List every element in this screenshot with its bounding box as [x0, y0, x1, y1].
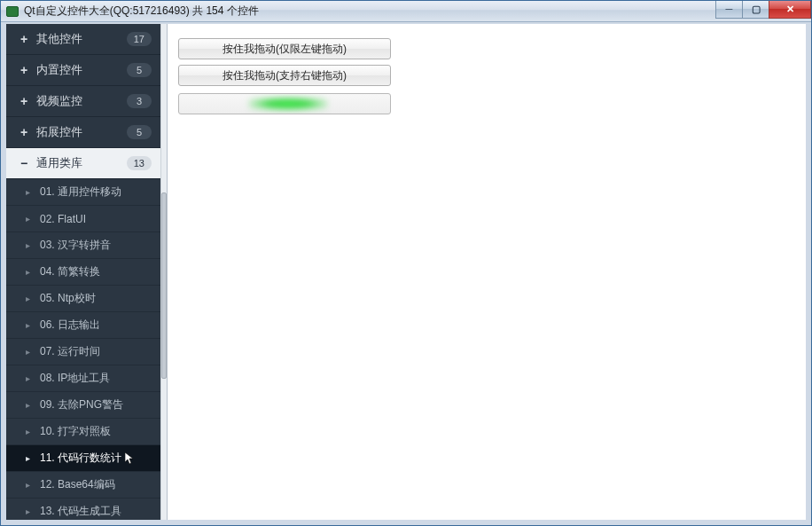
plus-icon: + [19, 32, 29, 46]
category-label: 通用类库 [36, 156, 127, 171]
list-item[interactable]: ▸ 08. IP地址工具 [6, 365, 160, 392]
chevron-right-icon: ▸ [26, 373, 33, 383]
item-label: 05. Ntp校时 [40, 291, 96, 306]
minimize-icon: ─ [726, 4, 733, 14]
plus-icon: + [19, 63, 29, 77]
list-item[interactable]: ▸ 04. 简繁转换 [6, 259, 160, 286]
chevron-right-icon: ▸ [26, 187, 33, 197]
window-controls: ─ ▢ ✕ [715, 1, 811, 19]
list-item[interactable]: ▸ 06. 日志输出 [6, 312, 160, 339]
chevron-right-icon: ▸ [26, 453, 33, 463]
button-label: 按住我拖动(仅限左键拖动) [223, 42, 347, 57]
cursor-icon [125, 451, 134, 465]
sidebar: + 其他控件 17 + 内置控件 5 + 视频监控 3 + 拓展控件 5 [6, 24, 160, 520]
item-label: 02. FlatUI [40, 213, 86, 225]
category-label: 视频监控 [36, 94, 127, 109]
item-label: 11. 代码行数统计 [40, 451, 121, 466]
item-label: 13. 代码生成工具 [40, 504, 121, 519]
item-label: 09. 去除PNG警告 [40, 397, 123, 412]
list-item[interactable]: ▸ 13. 代码生成工具 [6, 499, 160, 520]
category-label: 内置控件 [36, 63, 127, 78]
app-icon [6, 6, 19, 17]
sidebar-scrollbar[interactable] [160, 24, 167, 520]
category-common[interactable]: − 通用类库 13 [6, 148, 160, 179]
category-label: 其他控件 [36, 32, 127, 47]
chevron-right-icon: ▸ [26, 294, 33, 303]
item-label: 01. 通用控件移动 [40, 184, 121, 200]
maximize-button[interactable]: ▢ [742, 1, 769, 19]
list-item[interactable]: ▸ 01. 通用控件移动 [6, 179, 160, 206]
item-label: 07. 运行时间 [40, 344, 100, 359]
scrollbar-thumb[interactable] [161, 192, 167, 379]
list-item[interactable]: ▸ 12. Base64编码 [6, 472, 160, 499]
category-badge: 5 [127, 125, 152, 139]
chevron-right-icon: ▸ [26, 240, 33, 250]
category-badge: 3 [127, 94, 152, 108]
item-label: 04. 简繁转换 [40, 264, 100, 279]
category-extend[interactable]: + 拓展控件 5 [6, 117, 160, 148]
sidebar-container: + 其他控件 17 + 内置控件 5 + 视频监控 3 + 拓展控件 5 [6, 24, 168, 520]
drag-button-right-support[interactable]: 按住我拖动(支持右键拖动) [178, 65, 391, 86]
plus-icon: + [19, 125, 29, 139]
category-builtin[interactable]: + 内置控件 5 [6, 55, 160, 86]
category-label: 拓展控件 [36, 125, 127, 140]
item-label: 08. IP地址工具 [40, 371, 110, 386]
item-label: 03. 汉字转拼音 [40, 238, 111, 253]
list-item-selected[interactable]: ▸ 11. 代码行数统计 [6, 445, 160, 472]
list-item[interactable]: ▸ 05. Ntp校时 [6, 286, 160, 312]
category-badge: 5 [127, 63, 152, 77]
chevron-right-icon: ▸ [26, 347, 33, 357]
item-label: 06. 日志输出 [40, 318, 100, 333]
chevron-right-icon: ▸ [26, 427, 33, 436]
category-other[interactable]: + 其他控件 17 [6, 24, 160, 55]
close-icon: ✕ [786, 4, 794, 14]
category-badge: 13 [127, 156, 152, 170]
progress-fill [248, 97, 328, 111]
list-item[interactable]: ▸ 03. 汉字转拼音 [6, 232, 160, 259]
chevron-right-icon: ▸ [26, 400, 33, 410]
drag-button-left-only[interactable]: 按住我拖动(仅限左键拖动) [178, 38, 391, 59]
client-area: + 其他控件 17 + 内置控件 5 + 视频监控 3 + 拓展控件 5 [1, 22, 811, 525]
minimize-button[interactable]: ─ [715, 1, 742, 19]
chevron-right-icon: ▸ [26, 320, 33, 330]
list-item[interactable]: ▸ 10. 打字对照板 [6, 419, 160, 445]
category-video[interactable]: + 视频监控 3 [6, 86, 160, 117]
titlebar[interactable]: Qt自定义控件大全(QQ:517216493) 共 154 个控件 ─ ▢ ✕ [1, 1, 811, 22]
item-label: 12. Base64编码 [40, 477, 115, 492]
chevron-right-icon: ▸ [26, 214, 33, 224]
item-label: 10. 打字对照板 [40, 424, 111, 439]
list-item[interactable]: ▸ 02. FlatUI [6, 206, 160, 232]
progress-bar [178, 93, 391, 114]
chevron-right-icon: ▸ [26, 506, 33, 516]
button-label: 按住我拖动(支持右键拖动) [223, 68, 347, 83]
close-button[interactable]: ✕ [769, 1, 811, 19]
maximize-icon: ▢ [752, 4, 761, 14]
plus-icon: + [19, 94, 29, 108]
list-item[interactable]: ▸ 09. 去除PNG警告 [6, 392, 160, 419]
minus-icon: − [19, 156, 29, 170]
main-content: 按住我拖动(仅限左键拖动) 按住我拖动(支持右键拖动) [168, 24, 806, 520]
list-item[interactable]: ▸ 07. 运行时间 [6, 339, 160, 365]
window-title: Qt自定义控件大全(QQ:517216493) 共 154 个控件 [24, 4, 259, 19]
chevron-right-icon: ▸ [26, 267, 33, 277]
app-window: Qt自定义控件大全(QQ:517216493) 共 154 个控件 ─ ▢ ✕ … [0, 0, 812, 526]
category-badge: 17 [127, 32, 152, 46]
chevron-right-icon: ▸ [26, 480, 33, 490]
